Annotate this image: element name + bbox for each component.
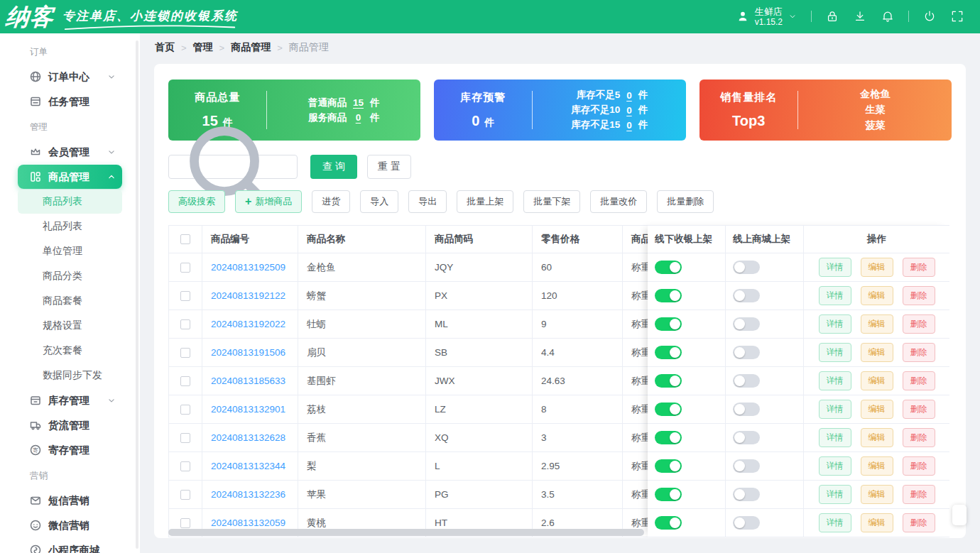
offline-shelf-toggle[interactable] xyxy=(655,516,682,530)
lock-icon[interactable] xyxy=(825,9,839,23)
row-checkbox[interactable] xyxy=(180,518,190,528)
detail-button[interactable]: 详情 xyxy=(819,428,851,447)
offline-shelf-toggle[interactable] xyxy=(655,346,682,359)
online-shelf-toggle[interactable] xyxy=(733,374,760,388)
online-shelf-toggle[interactable] xyxy=(733,488,760,501)
product-code-link[interactable]: 20240813132059 xyxy=(211,518,285,528)
export-button[interactable]: 导出 xyxy=(408,190,447,213)
edit-button[interactable]: 编辑 xyxy=(861,371,893,390)
sidebar-item-deposit-management[interactable]: 寄寄存管理 xyxy=(18,438,122,462)
detail-button[interactable]: 详情 xyxy=(819,371,851,390)
online-shelf-toggle[interactable] xyxy=(733,431,760,444)
scroll-corner-widget[interactable] xyxy=(952,505,967,525)
delete-button[interactable]: 删除 xyxy=(903,485,935,504)
product-code-link[interactable]: 20240813132901 xyxy=(211,404,285,415)
product-code-link[interactable]: 20240813191506 xyxy=(211,347,285,358)
sidebar-item-inventory-management[interactable]: 库存管理 xyxy=(18,388,122,412)
stat-line-number[interactable]: 0 xyxy=(626,105,632,116)
offline-shelf-toggle[interactable] xyxy=(655,403,682,416)
product-code-link[interactable]: 20240813132236 xyxy=(211,489,285,500)
sidebar-item-logistics-management[interactable]: 货流管理 xyxy=(18,413,122,437)
delete-button[interactable]: 删除 xyxy=(903,343,935,362)
online-shelf-toggle[interactable] xyxy=(733,516,760,530)
row-checkbox[interactable] xyxy=(180,291,190,301)
sidebar-subitem-product-combo[interactable]: 商品套餐 xyxy=(18,289,122,313)
online-shelf-toggle[interactable] xyxy=(733,289,760,302)
sidebar-subitem-data-sync[interactable]: 数据同步下发 xyxy=(18,363,122,388)
batch-delete-button[interactable]: 批量删除 xyxy=(657,190,714,213)
power-icon[interactable] xyxy=(922,9,937,23)
product-code-link[interactable]: 20240813185633 xyxy=(211,376,285,386)
online-shelf-toggle[interactable] xyxy=(733,403,760,416)
sidebar-subitem-unit-management[interactable]: 单位管理 xyxy=(18,239,122,263)
detail-button[interactable]: 详情 xyxy=(819,343,851,362)
breadcrumb-item[interactable]: 首页 xyxy=(155,41,175,54)
user-menu[interactable]: 生鲜店 v1.15.2 xyxy=(736,6,797,28)
row-checkbox[interactable] xyxy=(180,348,190,358)
horizontal-scrollbar[interactable] xyxy=(168,529,644,536)
product-code-link[interactable]: 20240813192022 xyxy=(211,319,285,329)
edit-button[interactable]: 编辑 xyxy=(861,258,893,277)
sidebar-subitem-product-list[interactable]: 商品列表 xyxy=(18,190,122,214)
detail-button[interactable]: 详情 xyxy=(819,286,851,305)
detail-button[interactable]: 详情 xyxy=(819,400,851,419)
edit-button[interactable]: 编辑 xyxy=(861,428,893,447)
row-checkbox[interactable] xyxy=(180,319,190,329)
delete-button[interactable]: 删除 xyxy=(903,400,935,419)
batch-on-shelf-button[interactable]: 批量上架 xyxy=(457,190,513,213)
delete-button[interactable]: 删除 xyxy=(903,286,935,305)
sidebar-subitem-spec-settings[interactable]: 规格设置 xyxy=(18,314,122,338)
edit-button[interactable]: 编辑 xyxy=(861,485,893,504)
edit-button[interactable]: 编辑 xyxy=(861,456,893,476)
delete-button[interactable]: 删除 xyxy=(903,513,935,532)
fullscreen-icon[interactable] xyxy=(950,9,964,23)
offline-shelf-toggle[interactable] xyxy=(655,374,682,388)
query-button[interactable]: 查 询 xyxy=(310,155,357,179)
product-code-link[interactable]: 20240813132628 xyxy=(211,432,285,443)
sidebar-item-order-center[interactable]: 订单中心 xyxy=(18,65,122,89)
add-product-button[interactable]: +新增商品 xyxy=(235,190,302,213)
offline-shelf-toggle[interactable] xyxy=(655,289,682,302)
online-shelf-toggle[interactable] xyxy=(733,261,760,274)
select-all-checkbox[interactable] xyxy=(180,234,190,244)
delete-button[interactable]: 删除 xyxy=(903,371,935,390)
sidebar-item-miniapp-mall[interactable]: 小程序商城 xyxy=(18,538,122,553)
sidebar-item-product-management[interactable]: 商品管理 xyxy=(18,165,122,189)
batch-off-shelf-button[interactable]: 批量下架 xyxy=(523,190,580,213)
stat-line-number[interactable]: 15 xyxy=(353,97,364,108)
sidebar-subitem-gift-list[interactable]: 礼品列表 xyxy=(18,214,122,239)
breadcrumb-item[interactable]: 商品管理 xyxy=(231,41,271,54)
product-code-link[interactable]: 20240813192509 xyxy=(211,262,285,273)
row-checkbox[interactable] xyxy=(180,490,190,500)
detail-button[interactable]: 详情 xyxy=(819,513,851,532)
offline-shelf-toggle[interactable] xyxy=(655,261,682,274)
online-shelf-toggle[interactable] xyxy=(733,317,760,331)
sidebar-item-wechat-marketing[interactable]: 微信营销 xyxy=(18,513,122,537)
search-input-box[interactable] xyxy=(168,155,298,179)
sidebar-subitem-product-category[interactable]: 商品分类 xyxy=(18,264,122,288)
edit-button[interactable]: 编辑 xyxy=(861,314,893,334)
detail-button[interactable]: 详情 xyxy=(819,485,851,504)
reset-button[interactable]: 重 置 xyxy=(367,155,411,179)
row-checkbox[interactable] xyxy=(180,263,190,273)
stat-line-number[interactable]: 0 xyxy=(626,120,632,131)
purchase-button[interactable]: 进货 xyxy=(312,190,350,213)
offline-shelf-toggle[interactable] xyxy=(655,459,682,473)
row-checkbox[interactable] xyxy=(180,461,190,471)
delete-button[interactable]: 删除 xyxy=(903,314,935,334)
bell-icon[interactable] xyxy=(881,9,895,23)
download-icon[interactable] xyxy=(853,9,867,23)
sidebar-item-task-management[interactable]: 任务管理 xyxy=(18,89,122,114)
online-shelf-toggle[interactable] xyxy=(733,459,760,473)
delete-button[interactable]: 删除 xyxy=(903,428,935,447)
sidebar-subitem-recharge-combo[interactable]: 充次套餐 xyxy=(18,339,122,363)
offline-shelf-toggle[interactable] xyxy=(655,317,682,331)
edit-button[interactable]: 编辑 xyxy=(861,286,893,305)
breadcrumb-item[interactable]: 管理 xyxy=(193,41,213,54)
edit-button[interactable]: 编辑 xyxy=(861,400,893,419)
edit-button[interactable]: 编辑 xyxy=(861,343,893,362)
edit-button[interactable]: 编辑 xyxy=(861,513,893,532)
delete-button[interactable]: 删除 xyxy=(903,258,935,277)
advanced-search-button[interactable]: 高级搜索 xyxy=(168,190,225,213)
import-button[interactable]: 导入 xyxy=(360,190,398,213)
